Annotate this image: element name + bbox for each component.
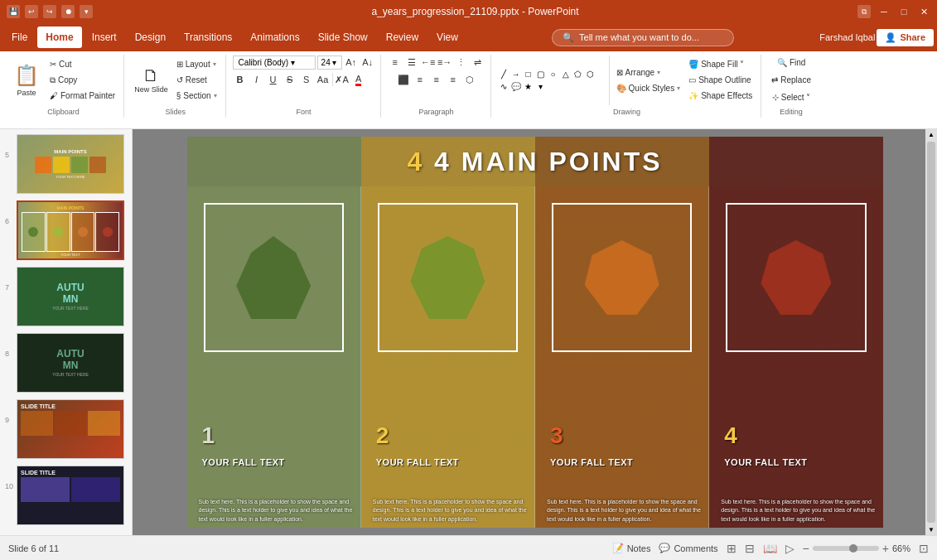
- numbered-list-button[interactable]: ☰: [404, 55, 419, 70]
- rtl-button[interactable]: ⇌: [471, 55, 485, 70]
- fit-slide-button[interactable]: ⊡: [919, 542, 929, 555]
- font-name-row: Calibri (Body) ▾ 24 ▾ A↑ A↓: [233, 55, 375, 70]
- columns-button[interactable]: ⋮: [454, 55, 469, 70]
- menu-home[interactable]: Home: [37, 27, 81, 48]
- cut-button[interactable]: ✂ Cut: [46, 57, 118, 72]
- indent-decrease-button[interactable]: ←≡: [421, 55, 436, 70]
- quick-styles-button[interactable]: 🎨 Quick Styles ▾: [613, 80, 684, 95]
- increase-font-button[interactable]: A↑: [344, 55, 359, 70]
- notes-button[interactable]: 📝 Notes: [612, 543, 651, 553]
- slide-thumb-5[interactable]: 5 MAIN POINTS YOUR TEXT HERE: [3, 133, 128, 196]
- font-size-selector[interactable]: 24 ▾: [317, 56, 342, 70]
- case-button[interactable]: Aa: [316, 72, 331, 87]
- shape-arrow[interactable]: →: [510, 68, 522, 80]
- shape-outline-button[interactable]: ▭ Shape Outline: [685, 73, 754, 88]
- zoom-out-button[interactable]: −: [803, 542, 809, 555]
- leaf-box-3: [552, 203, 692, 352]
- menu-animations[interactable]: Animations: [242, 27, 307, 48]
- shape-effects-button[interactable]: ✨ Shape Effects: [685, 89, 756, 104]
- save-icon[interactable]: 💾: [7, 5, 20, 18]
- shape-curve[interactable]: ∿: [498, 80, 510, 92]
- shape-oval[interactable]: ○: [548, 68, 559, 80]
- arrange-button[interactable]: ⊠ Arrange ▾: [613, 65, 664, 80]
- minimize-button[interactable]: ─: [877, 5, 891, 18]
- clear-format-button[interactable]: ✗A: [335, 72, 350, 87]
- share-button[interactable]: 👤 Share: [877, 29, 934, 46]
- format-painter-button[interactable]: 🖌 Format Painter: [46, 89, 118, 104]
- shape-rounded-rect[interactable]: ▢: [535, 68, 547, 80]
- shape-star[interactable]: ★: [523, 80, 534, 92]
- shape-rect[interactable]: □: [523, 68, 534, 80]
- font-family-selector[interactable]: Calibri (Body) ▾: [233, 56, 316, 70]
- justify-button[interactable]: ≡: [446, 72, 461, 87]
- vertical-scrollbar[interactable]: ▲ ▼: [925, 129, 937, 535]
- zoom-slider[interactable]: [813, 546, 879, 551]
- slide-title: 4 4 MAIN POINTS: [187, 147, 883, 177]
- slide-thumb-8[interactable]: 8 AUTU MN YOUR TEXT HERE: [3, 331, 128, 394]
- ribbon-group-editing: 🔍 Find ⇄ Replace ⊹ Select ˅ Editing: [763, 55, 819, 118]
- shape-triangle[interactable]: △: [560, 68, 572, 80]
- find-button[interactable]: 🔍 Find: [774, 55, 809, 70]
- indent-increase-button[interactable]: ≡→: [437, 55, 452, 70]
- bold-button[interactable]: B: [233, 72, 248, 87]
- menu-slideshow[interactable]: Slide Show: [310, 27, 376, 48]
- align-left-button[interactable]: ⬛: [396, 72, 411, 87]
- redo-icon[interactable]: ↪: [43, 5, 56, 18]
- restore-window-icon[interactable]: ⧉: [857, 5, 871, 18]
- customize-icon[interactable]: ▾: [80, 5, 93, 18]
- slide-thumb-6[interactable]: 6 MAIN POINTS: [3, 199, 128, 262]
- menu-insert[interactable]: Insert: [84, 27, 125, 48]
- zoom-in-button[interactable]: +: [882, 542, 889, 555]
- slideshow-button[interactable]: ▷: [785, 542, 795, 555]
- align-center-button[interactable]: ≡: [413, 72, 427, 87]
- editing-label: Editing: [768, 105, 814, 118]
- menu-view[interactable]: View: [428, 27, 466, 48]
- copy-button[interactable]: ⧉ Copy: [46, 73, 118, 88]
- strikethrough-button[interactable]: S: [283, 72, 297, 87]
- record-icon[interactable]: ⏺: [61, 5, 75, 18]
- scroll-down-button[interactable]: ▼: [926, 524, 936, 535]
- shape-more[interactable]: ▾: [535, 80, 547, 92]
- slide-sorter-button[interactable]: ⊟: [745, 542, 755, 555]
- menu-review[interactable]: Review: [378, 27, 427, 48]
- bullet-list-button[interactable]: ≡: [388, 55, 403, 70]
- paste-icon: 📋: [14, 64, 39, 87]
- reset-button[interactable]: ↺ Reset: [173, 73, 220, 88]
- menu-transitions[interactable]: Transitions: [176, 27, 240, 48]
- font-color-button[interactable]: A: [351, 72, 366, 87]
- shape-line[interactable]: ╱: [498, 68, 510, 80]
- slide-thumb-7[interactable]: 7 AUTU MN YOUR TEXT HERE: [3, 265, 128, 328]
- decrease-font-button[interactable]: A↓: [360, 55, 375, 70]
- slide-thumb-10[interactable]: 10 SLIDE TITLE: [3, 464, 128, 527]
- comments-button[interactable]: 💬 Comments: [659, 543, 717, 553]
- shape-callout[interactable]: 💬: [510, 80, 522, 92]
- titlebar: 💾 ↩ ↪ ⏺ ▾ a_years_progression_21109.pptx…: [0, 0, 937, 23]
- leaf-shape-4: [761, 240, 831, 315]
- underline-button[interactable]: U: [266, 72, 281, 87]
- shadow-button[interactable]: S: [299, 72, 314, 87]
- shape-pentagon[interactable]: ⬠: [572, 68, 584, 80]
- shape-hex[interactable]: ⬡: [585, 68, 596, 80]
- menu-file[interactable]: File: [3, 27, 36, 48]
- search-box[interactable]: 🔍 Tell me what you want to do...: [552, 29, 734, 46]
- paste-button[interactable]: 📋 Paste: [8, 58, 45, 103]
- replace-button[interactable]: ⇄ Replace: [768, 72, 814, 87]
- shape-fill-button[interactable]: 🪣 Shape Fill ˅: [685, 57, 747, 72]
- normal-view-button[interactable]: ⊞: [727, 542, 737, 555]
- scroll-up-button[interactable]: ▲: [926, 129, 936, 140]
- align-right-button[interactable]: ≡: [429, 72, 444, 87]
- scroll-thumb[interactable]: [927, 142, 935, 523]
- new-slide-button[interactable]: 🗋 New Slide: [131, 58, 171, 103]
- smartart-button[interactable]: ⬡: [462, 72, 477, 87]
- layout-button[interactable]: ⊞ Layout ▾: [173, 57, 220, 72]
- section-button[interactable]: § Section ▾: [173, 89, 220, 104]
- layout-chevron: ▾: [213, 60, 216, 68]
- close-button[interactable]: ✕: [917, 5, 930, 18]
- reading-view-button[interactable]: 📖: [763, 542, 777, 555]
- undo-icon[interactable]: ↩: [25, 5, 38, 18]
- menu-design[interactable]: Design: [127, 27, 174, 48]
- slide-thumb-9[interactable]: 9 SLIDE TITLE: [3, 398, 128, 461]
- italic-button[interactable]: I: [249, 72, 264, 87]
- select-button[interactable]: ⊹ Select ˅: [769, 89, 814, 104]
- maximize-button[interactable]: □: [897, 5, 910, 18]
